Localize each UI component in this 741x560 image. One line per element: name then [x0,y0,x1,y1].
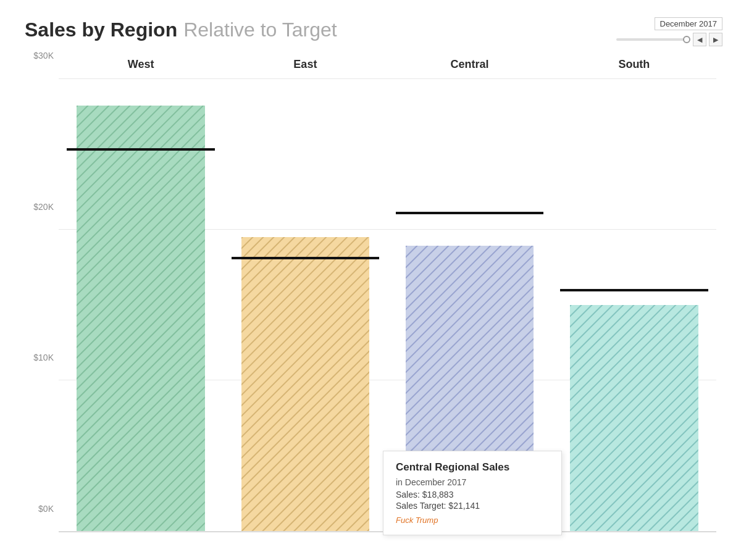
y-label-10k: $10K [25,353,59,362]
region-label-south: South [552,51,716,78]
chart-title-bold: Sales by Region [25,19,177,41]
svg-rect-3 [241,237,370,531]
date-slider-thumb[interactable] [683,36,690,43]
tooltip-sales: Sales: $18,883 [396,490,549,499]
y-label-0k: $0K [25,504,59,514]
y-label-20k: $20K [25,202,59,212]
y-axis: $30K$20K$10K$0K [25,51,59,532]
svg-rect-7 [570,305,698,532]
south-hatch-pattern [570,305,698,532]
date-label: December 2017 [655,17,723,30]
bar-east[interactable] [241,237,370,531]
region-labels: WestEastCentralSouth [59,51,716,78]
date-nav: ◀ ▶ [616,33,722,46]
bar-west[interactable] [77,106,205,531]
region-label-central: Central [388,51,552,78]
svg-rect-1 [77,106,205,531]
west-hatch-pattern [77,106,205,531]
east-hatch-pattern [241,237,370,531]
y-label-30k: $30K [25,51,59,61]
tooltip-target-label: Sales Target: [396,501,446,511]
chart-title-light: Relative to Target [183,19,337,41]
target-line-central [396,212,544,214]
tooltip-subtitle: in December 2017 [396,477,549,487]
target-line-south [560,289,708,291]
tooltip-sales-value: $18,883 [422,490,454,499]
tooltip-note: Fuck Trump [396,516,549,525]
date-slider-track[interactable] [616,38,690,41]
tooltip: Central Regional Sales in December 2017 … [383,451,562,535]
bar-column-west[interactable] [59,78,223,531]
next-button[interactable]: ▶ [709,33,722,46]
page-container: Sales by Region Relative to Target Decem… [0,0,741,560]
chart-header: Sales by Region Relative to Target [25,19,716,41]
region-label-west: West [59,51,223,78]
chart-area: $30K$20K$10K$0K WestEastCentralSouth [25,51,716,532]
prev-button[interactable]: ◀ [693,33,706,46]
bar-column-east[interactable] [223,78,387,531]
tooltip-title: Central Regional Sales [396,461,549,474]
tooltip-target-value: $21,141 [448,501,480,511]
tooltip-target: Sales Target: $21,141 [396,501,549,511]
bar-south[interactable] [570,305,698,532]
tooltip-sales-label: Sales: [396,490,420,499]
target-line-east [232,257,380,259]
bar-column-south[interactable] [552,78,716,531]
target-line-west [67,148,215,151]
region-label-east: East [223,51,387,78]
date-control: December 2017 ◀ ▶ [616,17,722,46]
